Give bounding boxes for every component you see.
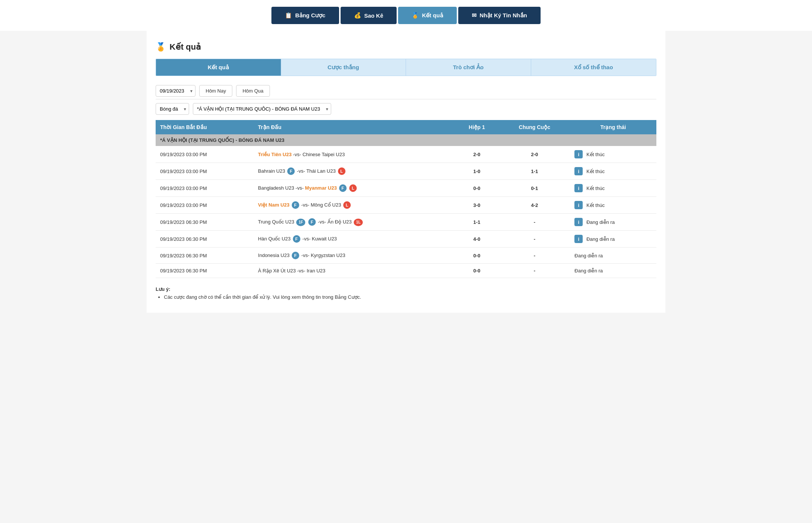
team1-name: Hàn Quốc U23: [258, 236, 291, 242]
results-table: Thời Gian Bắt Đầu Trận Đấu Hiệp 1 Chung …: [156, 120, 656, 278]
hiep1-score: 0-0: [454, 264, 499, 278]
league-select[interactable]: *Á VẬN HỘI (TẠI TRUNG QUỐC) - BÓNG ĐÁ NA…: [193, 103, 331, 115]
match-teams: Việt Nam U23 F -vs- Mông Cổ U23 L: [253, 197, 454, 214]
yesterday-button[interactable]: Hôm Qua: [236, 85, 270, 97]
team2-name: Mông Cổ U23: [311, 202, 341, 208]
match-time: 09/19/2023 06:30 PM: [156, 231, 253, 248]
match-status: i Kết thúc: [570, 146, 656, 163]
vs-label: -vs-: [301, 202, 311, 208]
match-status: i Đang diễn ra: [570, 231, 656, 248]
vs-label: -vs-: [293, 152, 302, 157]
hiep1-score: 4-0: [454, 231, 499, 248]
table-row: 09/19/2023 06:30 PM Indonesia U23 F -vs-…: [156, 248, 656, 264]
top-navigation: 📋 Bảng Cược 💰 Sao Kê 🏅 Kết quả ✉ Nhật Ký…: [0, 0, 812, 31]
info-button[interactable]: i: [574, 150, 583, 158]
chungcuoc-score: 0-1: [499, 180, 570, 197]
match-status: i Kết thúc: [570, 180, 656, 197]
match-time: 09/19/2023 06:30 PM: [156, 248, 253, 264]
tab-ket-qua[interactable]: Kết quả: [156, 59, 281, 76]
info-button[interactable]: i: [574, 184, 583, 192]
table-row: 09/19/2023 03:00 PM Bangladesh U23 -vs- …: [156, 180, 656, 197]
info-button[interactable]: i: [574, 235, 583, 243]
badge-f: F: [293, 235, 300, 243]
info-button[interactable]: i: [574, 201, 583, 209]
team1-name: Việt Nam U23: [258, 202, 289, 208]
vs-label: -vs-: [297, 268, 306, 274]
hiep1-score: 1-0: [454, 163, 499, 180]
team1-name: Indonesia U23: [258, 252, 289, 258]
col-hiep1: Hiệp 1: [454, 120, 499, 134]
match-teams: Bahrain U23 F -vs- Thái Lan U23 L: [253, 163, 454, 180]
chungcuoc-score: -: [499, 264, 570, 278]
sport-select[interactable]: Bóng đá: [156, 103, 189, 115]
match-status: i Kết thúc: [570, 163, 656, 180]
tab-xo-so-the-thao[interactable]: Xổ số thể thao: [531, 59, 656, 76]
tabs-row: Kết quả Cược thắng Trò chơi Ảo Xổ số thể…: [156, 59, 656, 76]
badge-f: F: [339, 184, 347, 192]
badge-l: L: [343, 201, 351, 209]
status-text: Kết thúc: [586, 202, 604, 208]
nav-nhat-ky[interactable]: ✉ Nhật Ký Tin Nhắn: [458, 7, 541, 24]
col-trangthai: Trạng thái: [570, 120, 656, 134]
match-teams: Bangladesh U23 -vs- Myanmar U23 F L: [253, 180, 454, 197]
status-text: Kết thúc: [586, 185, 604, 191]
tab-tro-choi-ao[interactable]: Trò chơi Ảo: [406, 59, 531, 76]
filters-row-2: Bóng đá *Á VẬN HỘI (TẠI TRUNG QUỐC) - BÓ…: [156, 103, 656, 115]
chungcuoc-score: -: [499, 248, 570, 264]
table-row: 09/19/2023 06:30 PM Trung Quốc U23 1F F …: [156, 214, 656, 231]
badge-1l: 1L: [354, 219, 363, 226]
col-time: Thời Gian Bắt Đầu: [156, 120, 253, 134]
team2-name: Kuwait U23: [312, 236, 337, 242]
status-text: Kết thúc: [586, 169, 604, 174]
team2-name: Myanmar U23: [305, 185, 337, 191]
team2-name: Ấn Độ U23: [327, 219, 352, 225]
ket-qua-icon: 🏅: [412, 12, 419, 19]
nav-sao-ke[interactable]: 💰 Sao Kê: [341, 7, 397, 24]
match-time: 09/19/2023 03:00 PM: [156, 146, 253, 163]
match-time: 09/19/2023 06:30 PM: [156, 264, 253, 278]
match-time: 09/19/2023 03:00 PM: [156, 180, 253, 197]
match-status: Đang diễn ra: [570, 264, 656, 278]
nav-ket-qua[interactable]: 🏅 Kết quả: [398, 7, 456, 24]
vs-label: -vs-: [318, 219, 327, 225]
table-row: 09/19/2023 06:30 PM Hàn Quốc U23 F -vs- …: [156, 231, 656, 248]
group-row: *Á VẬN HỘI (TẠI TRUNG QUỐC) - BÓNG ĐÁ NA…: [156, 134, 656, 146]
table-row: 09/19/2023 03:00 PM Triều Tiên U23 -vs- …: [156, 146, 656, 163]
table-row: 09/19/2023 06:30 PM À Rập Xê Út U23 -vs-…: [156, 264, 656, 278]
hiep1-score: 1-1: [454, 214, 499, 231]
group-label: *Á VẬN HỘI (TẠI TRUNG QUỐC) - BÓNG ĐÁ NA…: [156, 134, 656, 146]
status-text: Đang diễn ra: [586, 219, 615, 225]
note-section: Lưu ý: Các cược đang chờ có thể cần thời…: [156, 286, 656, 300]
sao-ke-icon: 💰: [354, 12, 361, 19]
badge-f: F: [308, 218, 316, 226]
info-button[interactable]: i: [574, 218, 583, 226]
nav-bang-cuoc[interactable]: 📋 Bảng Cược: [271, 7, 339, 24]
col-chungcuoc: Chung Cuộc: [499, 120, 570, 134]
hiep1-score: 3-0: [454, 197, 499, 214]
chungcuoc-score: 4-2: [499, 197, 570, 214]
nhat-ky-icon: ✉: [472, 12, 477, 19]
info-button[interactable]: i: [574, 167, 583, 175]
date-select-wrapper: 09/19/2023: [156, 85, 195, 97]
vs-label: -vs-: [295, 185, 305, 191]
table-row: 09/19/2023 03:00 PM Việt Nam U23 F -vs- …: [156, 197, 656, 214]
team1-name: À Rập Xê Út U23: [258, 268, 296, 274]
badge-f: F: [292, 252, 299, 259]
hiep1-score: 0-0: [454, 180, 499, 197]
match-time: 09/19/2023 03:00 PM: [156, 197, 253, 214]
match-time: 09/19/2023 06:30 PM: [156, 214, 253, 231]
sport-select-wrapper: Bóng đá: [156, 103, 189, 115]
note-title: Lưu ý:: [156, 286, 656, 292]
vs-label: -vs-: [297, 168, 306, 174]
team1-name: Bangladesh U23: [258, 185, 294, 191]
date-select[interactable]: 09/19/2023: [156, 85, 195, 97]
table-header-row: Thời Gian Bắt Đầu Trận Đấu Hiệp 1 Chung …: [156, 120, 656, 134]
team2-name: Iran U23: [307, 268, 326, 274]
filters-row-1: 09/19/2023 Hôm Nay Hôm Qua: [156, 81, 656, 99]
match-teams: Hàn Quốc U23 F -vs- Kuwait U23: [253, 231, 454, 248]
team2-name: Thái Lan U23: [306, 168, 336, 174]
tab-cuoc-thang[interactable]: Cược thắng: [281, 59, 406, 76]
badge-f: F: [287, 167, 295, 175]
status-text: Đang diễn ra: [574, 268, 603, 274]
today-button[interactable]: Hôm Nay: [199, 85, 232, 97]
